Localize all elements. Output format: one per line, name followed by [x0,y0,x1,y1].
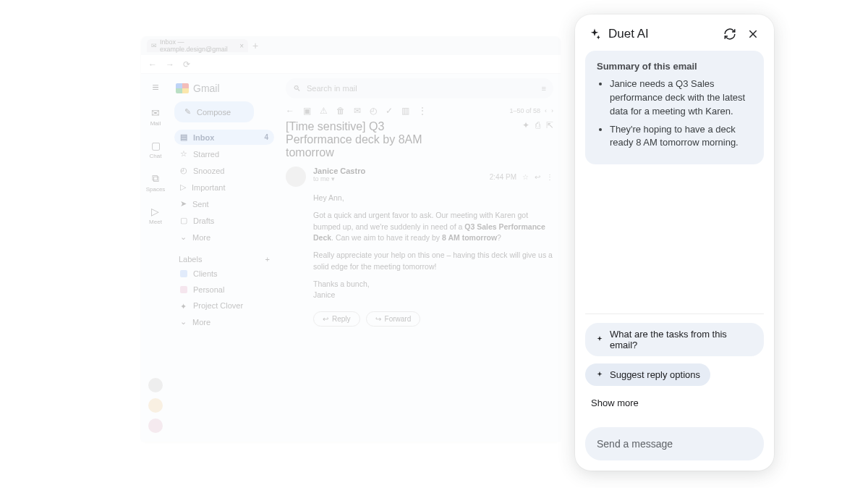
forward-icon: ↪︎ [375,315,381,323]
rail-meet[interactable]: ▷Meet [149,206,162,225]
chip-label: Suggest reply options [610,369,700,380]
message-time: 2:44 PM [490,173,516,181]
search-bar[interactable]: 🔍︎ Search in mail ≡ [286,78,553,98]
message-input-field[interactable] [597,438,752,450]
filter-icon[interactable]: ≡ [542,84,546,93]
nav-more[interactable]: ⌄More [174,230,274,245]
message-input[interactable] [585,427,764,460]
show-more-button[interactable]: Show more [585,393,644,413]
message-header: Janice Castro to me ▾ 2:44 PM ☆ ↩︎ ⋮ [286,167,553,187]
more-icon[interactable]: ⋮ [418,106,427,116]
gmail-logo: Gmail [174,80,274,101]
chevron-down-icon: ⌄ [180,232,187,242]
avatar[interactable] [148,418,163,433]
nav-important[interactable]: ▷Important [174,180,274,195]
label-personal[interactable]: Personal [174,282,274,297]
gmail-product-name: Gmail [193,83,220,94]
back-icon[interactable]: ← [286,106,294,116]
chat-icon: ▢ [151,140,161,151]
summary-bullet: Janice needs a Q3 Sales performance deck… [610,77,752,119]
duet-suggestions: What are the tasks from this email? Sugg… [585,314,764,460]
menu-icon[interactable]: ≡ [152,81,158,94]
reload-icon[interactable]: ⟳ [183,59,190,70]
nav-sent[interactable]: ➤Sent [174,196,274,211]
compose-button[interactable]: ✎ Compose [174,101,254,122]
inbox-icon: ▤ [180,132,187,142]
duet-title: Duet AI [608,27,649,41]
browser-toolbar: ← → ⟳ [141,55,561,74]
duet-panel: Duet AI Summary of this email Janice nee… [575,14,774,471]
nav-drafts[interactable]: ▢Drafts [174,213,274,228]
print-icon[interactable]: ⎙ [535,120,540,130]
forward-button[interactable]: ↪︎Forward [366,311,421,327]
forward-icon[interactable]: → [166,59,174,70]
close-tab-icon[interactable]: × [239,42,244,50]
sender-avatar [286,167,306,187]
report-icon[interactable]: ⚠︎ [320,106,328,116]
star-icon[interactable]: ☆ [522,173,529,181]
gmail-logo-icon [176,83,189,93]
labels-header: Labels + [174,255,274,264]
search-icon: 🔍︎ [293,84,301,93]
rail-mail[interactable]: ✉︎Mail [150,107,161,127]
video-icon: ▷ [151,206,159,217]
account-avatars [148,378,163,433]
snooze-icon[interactable]: ◴ [370,106,377,116]
task-icon[interactable]: ✓ [386,106,393,116]
delete-icon[interactable]: 🗑︎ [336,106,345,116]
rail-chat[interactable]: ▢Chat [150,140,162,159]
open-new-icon[interactable]: ⇱ [546,120,553,130]
gmail-window: ✉︎ Inbox — example.design@gmail × + ← → … [141,36,561,442]
sparkle-icon [595,371,604,379]
new-tab-button[interactable]: + [252,40,258,51]
pager: 1–50 of 58 ‹ › [509,107,553,114]
suggestion-chip[interactable]: What are the tasks from this email? [585,323,764,356]
message-body: Hey Ann, Got a quick and urgent favor to… [313,193,553,301]
nav-inbox[interactable]: ▤Inbox4 [174,130,274,145]
suggestion-chip[interactable]: Suggest reply options [585,363,710,386]
avatar[interactable] [148,398,163,413]
label-more[interactable]: ⌄More [174,314,274,329]
chip-label: What are the tasks from this email? [610,329,754,350]
drafts-icon: ▢ [180,216,187,225]
summarize-icon[interactable]: ✦ [522,120,529,130]
mail-icon: ✉︎ [151,107,160,119]
reply-icon[interactable]: ↩︎ [535,173,540,181]
important-icon: ▷ [180,182,186,192]
sparkle-icon: ✦ [180,302,187,309]
browser-tabbar: ✉︎ Inbox — example.design@gmail × + [141,36,561,55]
envelope-icon: ✉︎ [151,42,157,49]
summary-header: Summary of this email [597,61,752,72]
clock-icon: ◴ [180,166,187,175]
label-color-icon [180,286,187,293]
app-rail: ≡ ✉︎Mail ▢Chat ⧉Spaces ▷Meet [141,74,170,442]
refresh-button[interactable] [722,26,738,42]
rail-spaces[interactable]: ⧉Spaces [146,172,166,193]
label-project[interactable]: ✦Project Clover [174,298,274,313]
gmail-sidebar: Gmail ✎ Compose ▤Inbox4 ☆Starred ◴Snooze… [170,74,278,442]
nav-starred[interactable]: ☆Starred [174,146,274,161]
browser-tab-title: Inbox — example.design@gmail [160,38,237,53]
search-placeholder: Search in mail [307,84,357,93]
add-label-button[interactable]: + [265,255,270,264]
label-clients[interactable]: Clients [174,266,274,281]
archive-icon[interactable]: ▣ [303,106,311,116]
mail-main: 🔍︎ Search in mail ≡ ← ▣ ⚠︎ 🗑︎ ✉︎ ◴ ✓ ▥ ⋮… [278,74,561,442]
reply-button[interactable]: ↩︎Reply [313,311,360,327]
more-icon[interactable]: ⋮ [546,173,553,181]
nav-snoozed[interactable]: ◴Snoozed [174,163,274,178]
duet-header: Duet AI [585,26,764,51]
summary-list: Janice needs a Q3 Sales performance deck… [597,77,752,150]
sender-name: Janice Castro [313,167,482,175]
chevron-down-icon: ⌄ [180,317,187,327]
mark-unread-icon[interactable]: ✉︎ [354,106,361,116]
browser-tab[interactable]: ✉︎ Inbox — example.design@gmail × [147,39,248,52]
move-icon[interactable]: ▥ [401,106,409,116]
next-page-icon[interactable]: › [551,107,553,114]
star-icon: ☆ [180,149,187,159]
prev-page-icon[interactable]: ‹ [545,107,547,114]
avatar[interactable] [148,378,163,392]
sparkle-icon [595,335,604,344]
back-icon[interactable]: ← [148,59,157,70]
close-button[interactable] [745,26,761,42]
